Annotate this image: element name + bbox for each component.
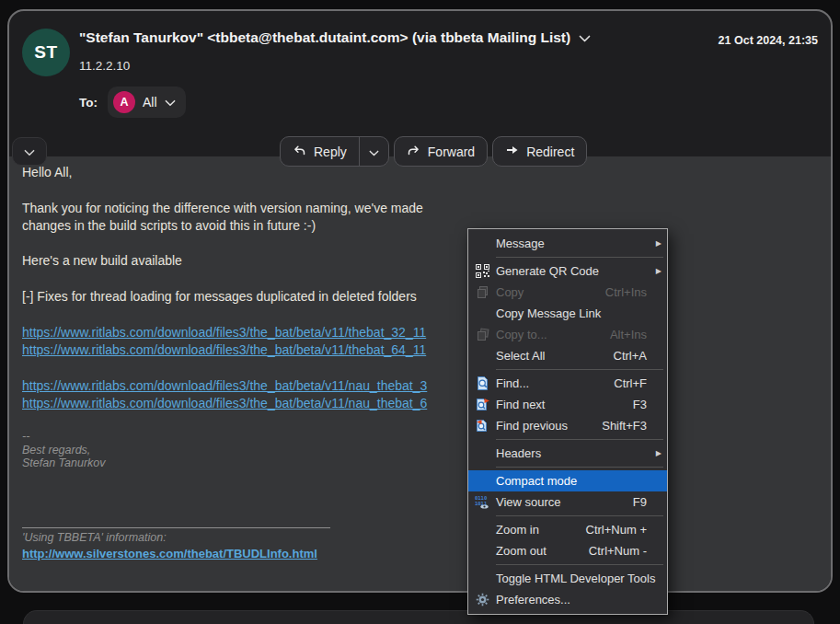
menu-item-label: Message: [496, 237, 647, 250]
menu-item-shortcut: Ctrl+A: [614, 349, 647, 363]
menu-item-label: Copy Message Link: [496, 306, 647, 320]
tbbeta-info-link[interactable]: http://www.silverstones.com/thebat/TBUDL…: [22, 546, 317, 561]
menu-item-label: Find...: [496, 376, 614, 390]
menu-item-shortcut: F3: [633, 398, 647, 411]
menu-item-zoom-in[interactable]: Zoom inCtrl+Num +: [468, 519, 667, 540]
message-link-line: https://www.ritlabs.com/download/files3/…: [22, 341, 831, 359]
menu-item-find-next[interactable]: Find nextF3: [468, 394, 667, 415]
download-link[interactable]: https://www.ritlabs.com/download/files3/…: [22, 325, 426, 340]
recipient-chip[interactable]: A All: [108, 87, 186, 118]
blank-line: [22, 359, 831, 376]
view-source-icon: 01101011: [468, 495, 496, 509]
menu-item-shortcut: Alt+Ins: [610, 328, 647, 341]
menu-item-label: Generate QR Code: [496, 264, 647, 278]
menu-item-copy-message-link[interactable]: Copy Message Link: [468, 303, 667, 324]
chevron-down-icon: [369, 144, 379, 159]
menu-item-copy: CopyCtrl+Ins: [468, 282, 667, 303]
menu-item-toggle-html-developer-tools[interactable]: Toggle HTML Developer Tools: [468, 568, 667, 589]
message-subject: 11.2.2.10: [79, 59, 130, 73]
tbbeta-info-label: 'Using TBBETA' information:: [22, 531, 831, 545]
context-menu: Message▶Generate QR Code▶CopyCtrl+InsCop…: [467, 228, 668, 615]
message-footer: 'Using TBBETA' information: http://www.s…: [22, 527, 831, 561]
menu-item-shortcut: Ctrl+Ins: [605, 285, 647, 299]
copy-to-icon: [468, 328, 496, 341]
message-line: changes in the build scripts to avoid th…: [22, 217, 831, 235]
next-message-card[interactable]: [23, 610, 814, 624]
collapse-header-button[interactable]: [12, 137, 47, 166]
sender-address: "Stefan Tanurkov" <tbbeta@thebat.dutaint…: [79, 29, 570, 46]
forward-label: Forward: [428, 144, 475, 159]
sender-row[interactable]: "Stefan Tanurkov" <tbbeta@thebat.dutaint…: [79, 29, 591, 46]
to-label: To:: [79, 96, 98, 110]
menu-separator: [496, 564, 663, 565]
find-icon: [468, 376, 496, 390]
menu-item-label: Zoom in: [496, 523, 586, 537]
menu-item-shortcut: Shift+F3: [602, 419, 647, 433]
signature-divider: [22, 527, 330, 528]
signature-line: Stefan Tanurkov: [22, 456, 831, 470]
find-next-icon: [468, 398, 496, 411]
menu-item-label: Headers: [496, 446, 647, 460]
menu-item-find[interactable]: Find...Ctrl+F: [468, 373, 667, 394]
menu-item-headers[interactable]: Headers▶: [468, 443, 667, 464]
redirect-button[interactable]: Redirect: [492, 136, 587, 167]
message-line: Thank you for noticing the difference wi…: [22, 200, 831, 217]
menu-separator: [496, 257, 663, 258]
menu-separator: [496, 515, 663, 516]
menu-item-generate-qr-code[interactable]: Generate QR Code▶: [468, 260, 667, 282]
menu-item-zoom-out[interactable]: Zoom outCtrl+Num -: [468, 540, 667, 561]
qr-code-icon: [468, 264, 496, 278]
submenu-arrow-icon: ▶: [650, 240, 662, 248]
menu-item-label: Toggle HTML Developer Tools: [496, 572, 655, 585]
menu-item-shortcut: Ctrl+Num -: [589, 544, 647, 558]
copy-icon: [468, 285, 496, 299]
forward-icon: [407, 144, 420, 159]
download-link[interactable]: https://www.ritlabs.com/download/files3/…: [22, 378, 427, 393]
menu-item-find-previous[interactable]: Find previousShift+F3: [468, 415, 667, 436]
menu-item-label: Copy: [496, 285, 605, 299]
download-link[interactable]: https://www.ritlabs.com/download/files3/…: [22, 396, 427, 410]
chevron-down-icon[interactable]: [165, 94, 176, 110]
recipient-avatar: A: [113, 91, 135, 113]
menu-item-view-source[interactable]: 01101011View sourceF9: [468, 491, 667, 513]
menu-item-message[interactable]: Message▶: [468, 233, 667, 254]
reply-icon: [293, 144, 306, 159]
menu-item-compact-mode[interactable]: Compact mode: [468, 470, 667, 491]
chevron-down-icon: [24, 144, 35, 160]
blank-line: [22, 412, 831, 430]
menu-item-label: View source: [496, 495, 633, 509]
preferences-icon: [468, 593, 496, 607]
download-link[interactable]: https://www.ritlabs.com/download/files3/…: [22, 342, 426, 357]
menu-item-shortcut: F9: [633, 495, 647, 509]
recipient-name: All: [143, 95, 157, 110]
forward-button[interactable]: Forward: [394, 136, 488, 167]
menu-item-label: Copy to...: [496, 328, 610, 341]
message-date: 21 Oct 2024, 21:35: [719, 34, 818, 47]
menu-separator: [496, 467, 663, 468]
blank-line: [22, 306, 831, 323]
menu-item-label: Find next: [496, 398, 633, 411]
submenu-arrow-icon: ▶: [650, 450, 662, 457]
chevron-down-icon[interactable]: [579, 29, 591, 46]
reply-options-button[interactable]: [360, 137, 388, 166]
message-body: Hello All,Thank you for noticing the dif…: [9, 156, 831, 593]
menu-item-shortcut: Ctrl+F: [614, 376, 647, 390]
menu-separator: [496, 369, 663, 370]
redirect-label: Redirect: [526, 144, 574, 159]
message-line: [-] Fixes for thread loading for message…: [22, 288, 831, 306]
menu-item-preferences[interactable]: Preferences...: [468, 589, 667, 610]
menu-separator: [496, 439, 663, 440]
message-window: ST "Stefan Tanurkov" <tbbeta@thebat.duta…: [7, 9, 833, 593]
reply-label: Reply: [314, 144, 347, 159]
blank-line: [22, 181, 831, 199]
sender-avatar: ST: [22, 29, 70, 76]
menu-item-select-all[interactable]: Select AllCtrl+A: [468, 345, 667, 366]
menu-item-shortcut: Ctrl+Num +: [586, 523, 647, 537]
reply-button[interactable]: Reply: [281, 137, 359, 166]
message-text: Hello All,Thank you for noticing the dif…: [22, 164, 831, 470]
signature-line: --: [22, 430, 831, 444]
message-link-line: https://www.ritlabs.com/download/files3/…: [22, 324, 831, 341]
blank-line: [22, 235, 831, 252]
find-previous-icon: [468, 419, 496, 433]
recipients-row: To: A All: [79, 87, 186, 118]
